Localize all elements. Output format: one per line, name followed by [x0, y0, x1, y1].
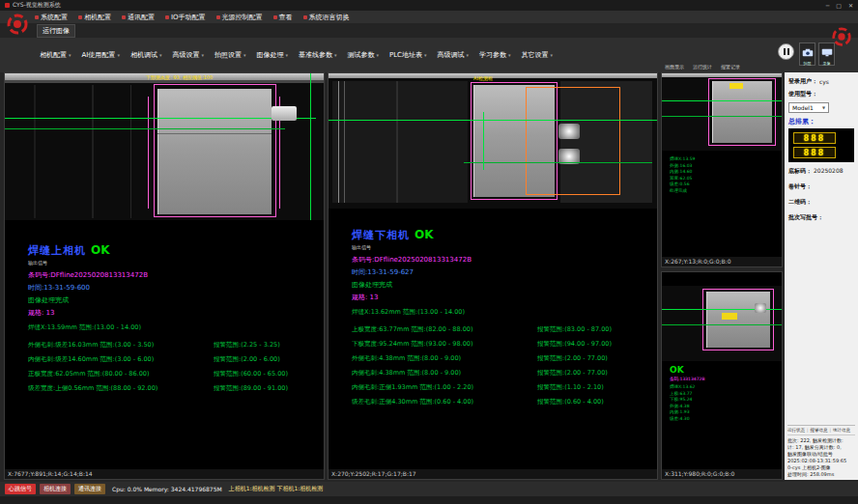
weld-bright-spot	[755, 303, 766, 313]
minimize-button[interactable]: ─	[826, 2, 830, 9]
small-bottom-image[interactable]	[662, 286, 782, 361]
counter-value-2: 888	[793, 147, 836, 158]
roi-line-magenta	[148, 97, 149, 209]
toolbar-tab-6[interactable]: 基准线参数	[296, 47, 340, 63]
camera-status-text: 上相机1:相机检测 下相机1:相机检测	[229, 485, 324, 493]
info-bottom-tab-2[interactable]: 统计信息	[833, 428, 850, 433]
info-field-2: 二维码：	[788, 198, 854, 207]
measure-row: 外侧毛刺:级差16.03mm 范围:(3.00 - 3.50)报警范围:(2.2…	[28, 341, 320, 350]
center-result-block: 焊缝下相机 OK 输出信号 条码号:DFfline202502081331347…	[329, 209, 657, 406]
info-bottom-tab-1[interactable]: 报警信息	[811, 428, 828, 433]
machine-structure	[332, 81, 468, 203]
pause-button[interactable]	[778, 43, 794, 60]
measure-row: 内侧毛刺:4.38mm 范围:(8.00 - 9.00)报警范围:(2.00 -…	[352, 369, 653, 378]
info-field-1: 卷针号：	[788, 182, 854, 191]
toolbar-tab-1[interactable]: AI使用配置	[79, 47, 123, 63]
roi-rect-magenta	[702, 289, 774, 350]
capture-button[interactable]: 拍照	[799, 42, 815, 66]
center-extra-text: 焊缝X:13.62mm 范围:(13.00 - 14.00)	[352, 308, 653, 317]
center-camera-panel: AI检测框 焊缝下相机 OK 输出信号 条码号:DFfline202502081…	[328, 72, 658, 480]
model-select[interactable]: Model1 ▼	[788, 102, 829, 113]
overlay-marker-yellow	[729, 83, 743, 89]
toolbar-tab-7[interactable]: 测试参数	[344, 47, 382, 63]
image-detail	[344, 81, 345, 203]
title-bar: CYS-视觉检测系统 ─ ▢ ✕	[0, 0, 858, 11]
small-header-item-2[interactable]: 报警记录	[721, 64, 740, 70]
left-spec-text: 规格: 13	[28, 308, 320, 318]
menu-item-5[interactable]: 查看	[273, 13, 293, 22]
menu-item-1[interactable]: 相机配置	[78, 13, 111, 22]
small-header-item-1[interactable]: 运行统计	[693, 64, 712, 70]
toolbar-tab-2[interactable]: 相机调试	[128, 47, 165, 63]
center-result-sub: 输出信号	[352, 244, 653, 250]
menu-item-6[interactable]: 系统语言切换	[303, 13, 350, 22]
small-bottom-ok: OK	[662, 361, 782, 375]
left-result-title: 焊缝上相机	[28, 243, 86, 258]
measure-row: 下极宽度:95.24mm 范围:(93.00 - 98.00)报警范围:(94.…	[352, 340, 653, 349]
close-button[interactable]: ✕	[848, 2, 853, 9]
total-count-label: 总排累：	[788, 117, 854, 126]
bottom-strip	[0, 496, 858, 504]
main-area: 下部测高度: 93; 相应阈值:100 焊缝上相机 OK 输出信号 条码号:DF…	[0, 72, 858, 480]
info-field-0: 底标码：20250208	[788, 167, 854, 176]
toolbar-tab-5[interactable]: 图像处理	[253, 47, 291, 63]
connector-part	[272, 106, 297, 121]
left-camera-panel: 下部测高度: 93; 相应阈值:100 焊缝上相机 OK 输出信号 条码号:DF…	[4, 72, 325, 480]
counter-box: 888 888	[788, 128, 854, 162]
image-detail	[34, 85, 36, 218]
login-user-label: 登录用户：	[788, 77, 817, 86]
info-panel: 登录用户： cys 使用型号： Model1 ▼ 总排累： 888 888 底标…	[785, 72, 858, 480]
maximize-button[interactable]: ▢	[836, 2, 842, 9]
measure-row: 内侧毛刺:级差14.60mm 范围:(3.00 - 6.00)报警范围:(2.0…	[28, 355, 320, 364]
measure-line-green	[329, 120, 657, 121]
info-fields: 底标码：20250208卷针号：二维码：批次写批号：	[788, 167, 854, 222]
tab-run-image[interactable]: 运行图像	[37, 24, 75, 38]
info-field-3: 批次写批号：	[788, 213, 854, 222]
info-bottom-tab-0[interactable]: 运行状态	[787, 428, 805, 433]
left-result-sub: 输出信号	[28, 260, 320, 266]
image-detail	[338, 81, 339, 203]
small-top-coord-readout: X:267;Y:13;R:0;G:0;B:0	[662, 257, 782, 266]
toolbar-tab-9[interactable]: 高级调试	[435, 47, 472, 63]
toolbar-tab-0[interactable]: 相机配置	[37, 47, 74, 63]
left-time-text: 时间:13-31-59-600	[28, 283, 320, 293]
small-col-header: 画面显示运行统计报警记录	[665, 64, 740, 70]
left-status-text: 图像处理完成	[28, 295, 320, 305]
measure-line-green	[5, 128, 285, 129]
measure-line-green	[5, 118, 316, 119]
brand-logo-icon	[831, 26, 854, 49]
measure-line-green	[464, 162, 652, 163]
left-measure-rows: 外侧毛刺:级差16.03mm 范围:(3.00 - 3.50)报警范围:(2.2…	[28, 341, 320, 393]
left-barcode-text: 条码号:DFfline2025020813313472B	[28, 270, 320, 280]
status-bar: 心跳信号相机连接通讯连接 Cpu: 0.0% Memory: 3424.4179…	[0, 482, 858, 496]
pause-bar-icon	[784, 48, 786, 55]
record-button-label: 录像	[823, 62, 831, 66]
toolbar-tab-11[interactable]: 其它设置	[519, 47, 557, 63]
measure-line-green	[483, 112, 484, 170]
center-camera-image[interactable]: AI检测框	[329, 73, 657, 209]
cpu-memory-text: Cpu: 0.0% Memory: 3424.41796875M	[112, 486, 222, 492]
toolbar-tab-3[interactable]: 高级设置	[169, 47, 207, 63]
counter-value-1: 888	[793, 132, 836, 144]
menu-item-3[interactable]: IO手动配置	[165, 13, 206, 22]
status-badge-0: 心跳信号	[5, 484, 36, 494]
small-header-item-0[interactable]: 画面显示	[665, 64, 684, 70]
menu-item-0[interactable]: 系统配置	[35, 13, 68, 22]
center-barcode-text: 条码号:DFfline2025020813313472B	[352, 255, 653, 265]
left-coord-readout: X:7677;Y:891;R:14;G:14;B:14	[5, 469, 324, 479]
menu-item-2[interactable]: 通讯配置	[122, 13, 155, 22]
small-camera-panel-bottom: OK 条码:13313472B 焊缝X:13.62上极:63.77下极:95.2…	[661, 271, 783, 480]
center-status-text: 图像处理完成	[352, 280, 653, 290]
app-icon	[5, 3, 10, 8]
pause-bar-icon	[787, 48, 789, 55]
ai-detect-rect-orange	[526, 87, 620, 195]
model-select-value: Model1	[792, 104, 814, 111]
left-camera-image[interactable]: 下部测高度: 93; 相应阈值:100	[5, 73, 324, 220]
model-label: 使用型号：	[788, 90, 817, 98]
toolbar-tab-10[interactable]: 学习参数	[476, 47, 514, 63]
small-top-image[interactable]	[662, 73, 782, 151]
measure-row: 正极宽度:62.05mm 范围:(80.00 - 86.00)报警范围:(60.…	[28, 370, 320, 378]
toolbar-tab-8[interactable]: PLC地址表	[386, 47, 430, 63]
toolbar-tab-4[interactable]: 拍照设置	[212, 47, 249, 63]
menu-item-4[interactable]: 光源控制配置	[216, 13, 263, 22]
